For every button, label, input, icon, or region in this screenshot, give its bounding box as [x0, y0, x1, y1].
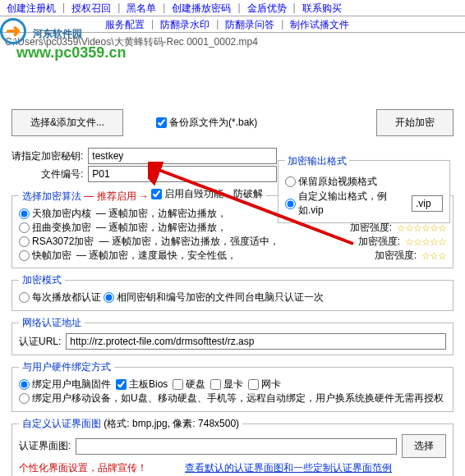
- file-path: C:\Users\pc0359\Videos\大黄蜂转码-Rec 0001_00…: [0, 33, 465, 52]
- url-input[interactable]: [66, 333, 446, 350]
- top-nav-2: 服务配置| 防翻录水印| 防翻录问答| 制作试播文件: [0, 16, 465, 33]
- hw-group: 与用户硬件绑定方式 绑定用户电脑固件 主板Bios 硬盘 显卡 网卡 绑定用户移…: [12, 360, 453, 412]
- hw-opt-2[interactable]: 绑定用户移动设备，如U盘、移动硬盘、手机等，远程自动绑定，用户换系统换硬件无需再…: [19, 391, 444, 405]
- url-label: 认证URL:: [19, 335, 61, 349]
- nav-buy[interactable]: 联系购买: [296, 0, 348, 16]
- uiimg-label: 认证界面图:: [19, 439, 71, 453]
- hw-nic[interactable]: 网卡: [248, 378, 281, 391]
- nav-playpass[interactable]: 创建播放密码: [165, 0, 237, 16]
- key-label: 请指定加密秘钥:: [12, 149, 83, 163]
- hw-gpu[interactable]: 显卡: [210, 378, 243, 391]
- uiimg-input[interactable]: [76, 438, 397, 455]
- fileno-input[interactable]: [88, 166, 277, 182]
- nav-advantage[interactable]: 金盾优势: [241, 0, 293, 16]
- algo-opt-2[interactable]: RSA3072加密: [19, 235, 94, 249]
- output-format-group: 加密输出格式 保留原始视频格式 自定义输出格式，例如.vip: [278, 160, 450, 223]
- out-custom-radio[interactable]: 自定义输出格式，例如.vip: [285, 190, 443, 217]
- nav-trial[interactable]: 制作试播文件: [283, 16, 356, 32]
- out-keep-radio[interactable]: 保留原始视频格式: [285, 175, 377, 189]
- start-encrypt-button[interactable]: 开始加密: [376, 109, 453, 136]
- nav-serverconf[interactable]: 服务配置: [99, 16, 151, 32]
- nav-blacklist[interactable]: 黑名单: [120, 0, 163, 16]
- net-group: 网络认证地址 认证URL:: [12, 316, 453, 355]
- nav-recall[interactable]: 授权召回: [65, 0, 117, 16]
- example-link[interactable]: 查看默认的认证界面图和一些定制认证界面范例: [185, 461, 392, 475]
- selfdel-checkbox[interactable]: [151, 189, 162, 199]
- nav-qa[interactable]: 防翻录问答: [219, 16, 281, 32]
- mode-group: 加密模式 每次播放都认证 相同密钥和编号加密的文件同台电脑只认证一次: [12, 273, 453, 311]
- mode-opt-1[interactable]: 每次播放都认证: [19, 291, 101, 304]
- uiimg-browse-button[interactable]: 选择: [402, 434, 446, 458]
- algo-opt-3[interactable]: 快帧加密: [19, 249, 71, 263]
- fileno-label: 文件编号:: [41, 167, 83, 181]
- ext-input[interactable]: [412, 195, 443, 212]
- algo-opt-0[interactable]: 天狼加密内核: [19, 207, 91, 221]
- algo-opt-1[interactable]: 扭曲变换加密: [19, 221, 91, 235]
- nav-watermark[interactable]: 防翻录水印: [154, 16, 216, 32]
- ui-group: 自定义认证界面图 (格式: bmp,jpg, 像素: 748x500) 认证界面…: [12, 417, 453, 476]
- select-files-button[interactable]: 选择&添加文件...: [12, 109, 123, 136]
- hw-mb[interactable]: 主板Bios: [116, 378, 168, 391]
- hw-hd[interactable]: 硬盘: [173, 378, 205, 391]
- mode-opt-2[interactable]: 相同密钥和编号加密的文件同台电脑只认证一次: [104, 291, 324, 304]
- backup-checkbox[interactable]: 备份原文件为(*.bak): [156, 116, 257, 130]
- hw-opt-1[interactable]: 绑定用户电脑固件: [19, 378, 111, 391]
- brand-tip: 个性化界面设置，品牌宣传！: [19, 461, 147, 475]
- nav-register[interactable]: 创建注册机: [0, 0, 62, 16]
- key-input[interactable]: [88, 148, 277, 164]
- top-nav: 创建注册机| 授权召回| 黑名单| 创建播放密码| 金盾优势| 联系购买: [0, 0, 465, 16]
